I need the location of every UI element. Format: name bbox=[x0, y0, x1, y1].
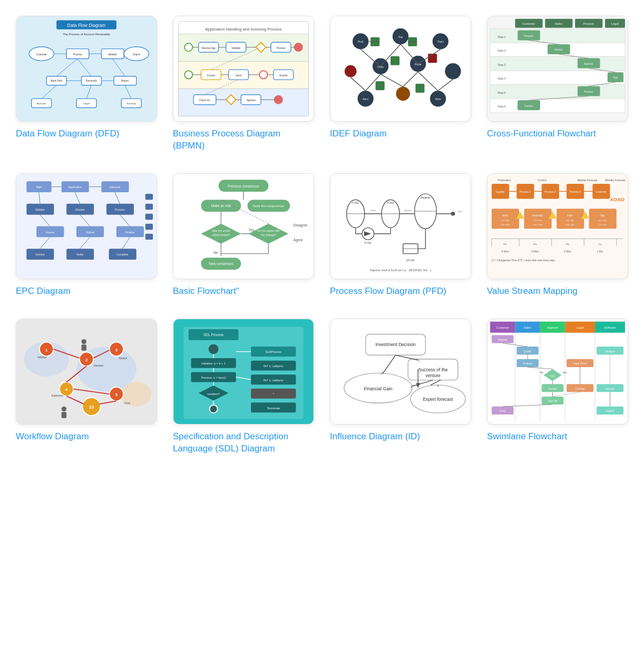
svg-text:Approve: Approve bbox=[547, 326, 558, 329]
svg-text:2: 2 bbox=[85, 357, 87, 362]
svg-text:Objective: North & South are 1: Objective: North & South are 1 yr... [MO… bbox=[370, 269, 431, 272]
svg-text:New consensus: New consensus bbox=[209, 262, 233, 265]
svg-point-332 bbox=[82, 339, 86, 344]
svg-text:Make an edit: Make an edit bbox=[211, 204, 231, 208]
svg-text:Step 1: Step 1 bbox=[497, 35, 505, 38]
svg-text:5 days: 5 days bbox=[502, 250, 510, 253]
svg-text:Paint: Paint bbox=[567, 214, 573, 217]
svg-text:Qualify: Qualify bbox=[524, 350, 532, 352]
svg-text:edited further?: edited further? bbox=[212, 233, 230, 236]
svg-text:Sales: Sales bbox=[524, 326, 531, 329]
svg-text:Bank Stmt: Bank Stmt bbox=[51, 80, 62, 82]
svg-text:Feed: Feed bbox=[370, 209, 376, 212]
svg-text:OK?: OK? bbox=[550, 375, 555, 378]
svg-text:Previous consensus: Previous consensus bbox=[228, 184, 259, 188]
card-crossfunc[interactable]: Customer Sales Finance Legal Step 1 Step… bbox=[487, 16, 628, 152]
svg-text:C/O: 30m: C/O: 30m bbox=[500, 223, 510, 225]
thumbnail-workflow: 1 2 3 4 5 10 bbox=[16, 319, 157, 425]
svg-text:→: → bbox=[588, 186, 592, 191]
svg-text:Store: Store bbox=[435, 98, 441, 101]
svg-text:Approval: Approval bbox=[110, 185, 121, 189]
svg-text:Contract: Contract bbox=[575, 387, 586, 390]
svg-text:Disagree: Disagree bbox=[294, 223, 308, 227]
svg-rect-92 bbox=[428, 54, 437, 63]
svg-text:Application Handling and Invoi: Application Handling and Invoicing Proce… bbox=[205, 27, 282, 32]
svg-text:Step 2: Step 2 bbox=[497, 49, 505, 52]
thumbnail-bpmn: Application Handling and Invoicing Proce… bbox=[173, 16, 314, 122]
svg-text:60s: 60s bbox=[533, 242, 537, 245]
svg-text:Process 1: Process 1 bbox=[520, 191, 531, 193]
svg-rect-123 bbox=[490, 29, 625, 43]
card-basicflow[interactable]: Previous consensus Make an edit Implemen… bbox=[173, 173, 314, 298]
label-epc: EPC Diagram bbox=[16, 285, 157, 298]
svg-text:Sup: Sup bbox=[398, 36, 403, 38]
card-bpmn[interactable]: Application Handling and Invoicing Proce… bbox=[173, 16, 314, 152]
svg-text:Route: Route bbox=[415, 63, 422, 66]
svg-text:No: No bbox=[213, 250, 218, 254]
card-swimlane[interactable]: Customer Sales Approve Legal Software Re… bbox=[487, 319, 628, 455]
svg-text:Customer: Customer bbox=[522, 22, 535, 25]
svg-text:C/T: 45s: C/T: 45s bbox=[501, 219, 510, 222]
svg-text:Configure: Configure bbox=[604, 350, 616, 352]
svg-rect-331 bbox=[62, 412, 66, 418]
svg-text:venture: venture bbox=[425, 373, 441, 378]
card-dfd[interactable]: Data Flow Diagram The Process of Account… bbox=[16, 16, 157, 152]
svg-text:V-201: V-201 bbox=[387, 201, 394, 204]
svg-text:the change?: the change? bbox=[261, 233, 276, 236]
svg-rect-126 bbox=[490, 71, 625, 85]
label-dfd: Data Flow Diagram (DFD) bbox=[16, 128, 157, 140]
svg-text:Process: x = func(): Process: x = func() bbox=[201, 376, 226, 379]
svg-text:Start: Start bbox=[36, 185, 42, 189]
svg-text:30s: 30s bbox=[566, 242, 570, 245]
card-workflow[interactable]: 1 2 3 4 5 10 bbox=[16, 319, 157, 455]
svg-text:HX-101: HX-101 bbox=[406, 259, 415, 262]
card-epc[interactable]: Start Application Approval Validate Revi… bbox=[16, 173, 157, 298]
thumbnail-pfd: T-101 V-201 Reactor P-101 HX-101 bbox=[330, 173, 471, 279]
label-crossfunc: Cross-Functional Flowchart bbox=[487, 128, 628, 140]
svg-text:Financial Gain: Financial Gain bbox=[364, 386, 393, 391]
svg-point-82 bbox=[345, 65, 357, 77]
svg-point-60 bbox=[259, 71, 267, 78]
svg-text:Stream: Stream bbox=[404, 209, 412, 212]
svg-text:Step 5: Step 5 bbox=[497, 91, 505, 94]
svg-text:INT 1: call/proc: INT 1: call/proc bbox=[264, 378, 284, 381]
svg-text:Process: Process bbox=[73, 53, 82, 56]
svg-text:Request: Request bbox=[524, 35, 533, 37]
svg-text:INT 1: call/proc: INT 1: call/proc bbox=[264, 364, 284, 368]
card-sdl[interactable]: SDL Process Initialize: a = b + 1 Proces… bbox=[173, 319, 314, 455]
svg-rect-127 bbox=[490, 85, 625, 99]
svg-text:Seek the compromise: Seek the compromise bbox=[253, 204, 285, 208]
svg-text:Ship: Ship bbox=[600, 214, 606, 217]
svg-text:Reactor: Reactor bbox=[421, 196, 430, 199]
card-vsm[interactable]: Production Control Market Forecast Weekl… bbox=[487, 173, 628, 298]
card-idef[interactable]: Prod Sup Trans Order Route Recv Store ID… bbox=[330, 16, 471, 152]
svg-rect-179 bbox=[145, 214, 153, 220]
svg-text:→: → bbox=[513, 186, 517, 191]
svg-text:2 days: 2 days bbox=[564, 250, 572, 253]
svg-text:→: → bbox=[562, 186, 567, 191]
svg-text:Recv: Recv bbox=[363, 98, 368, 101]
svg-text:Assess: Assess bbox=[45, 231, 54, 234]
svg-text:Finalize: Finalize bbox=[125, 231, 134, 234]
svg-text:P-101: P-101 bbox=[365, 242, 372, 244]
svg-text:Was the article: Was the article bbox=[212, 229, 230, 232]
svg-point-245 bbox=[451, 212, 455, 216]
svg-rect-181 bbox=[145, 234, 153, 240]
svg-line-95 bbox=[368, 41, 379, 42]
card-pfd[interactable]: T-101 V-201 Reactor P-101 HX-101 bbox=[330, 173, 471, 298]
svg-text:Customer: Customer bbox=[596, 191, 607, 193]
svg-text:C/O: 10m: C/O: 10m bbox=[533, 223, 543, 225]
svg-text:Ledger: Ledger bbox=[83, 102, 90, 105]
svg-text:Propose: Propose bbox=[523, 362, 532, 365]
svg-rect-178 bbox=[145, 204, 153, 210]
svg-text:Confirm: Confirm bbox=[524, 105, 533, 107]
card-influence[interactable]: Investment Decision Success of the ventu… bbox=[330, 319, 471, 455]
svg-text:Process: Process bbox=[277, 47, 286, 50]
svg-text:Support: Support bbox=[606, 410, 614, 412]
svg-text:Finance: Finance bbox=[583, 22, 594, 25]
svg-rect-94 bbox=[415, 84, 424, 93]
label-influence: Influence Diagram (ID) bbox=[330, 431, 471, 443]
thumbnail-vsm: Production Control Market Forecast Weekl… bbox=[487, 173, 628, 279]
label-workflow: Workflow Diagram bbox=[16, 431, 157, 443]
svg-text:Process 2: Process 2 bbox=[544, 191, 555, 193]
